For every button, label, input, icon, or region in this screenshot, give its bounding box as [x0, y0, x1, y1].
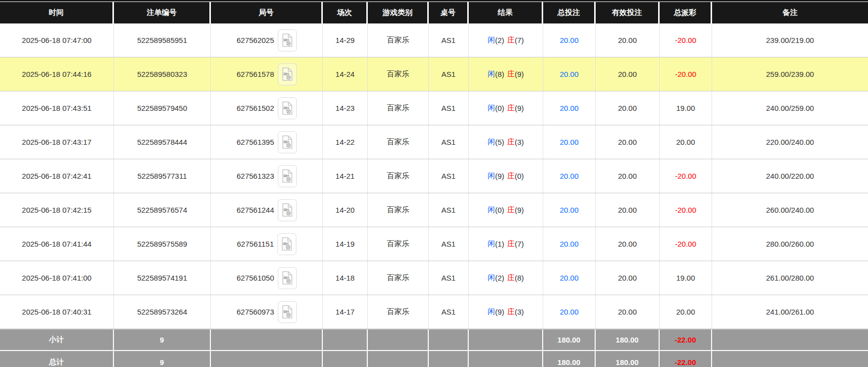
total-bet-link[interactable]: 20.00 — [543, 295, 596, 329]
table-row[interactable]: 2025-06-18 07:41:44 522589575589 6275611… — [0, 227, 868, 261]
col-header-round-id: 局号 — [211, 2, 323, 23]
table-row[interactable]: 2025-06-18 07:40:31 522589573264 6275609… — [0, 295, 868, 329]
table-row[interactable]: 2025-06-18 07:47:00 522589585951 6275620… — [0, 23, 868, 57]
video-replay-button[interactable] — [278, 301, 297, 323]
video-replay-button[interactable] — [278, 63, 297, 85]
video-replay-button[interactable] — [278, 131, 297, 153]
round-cell: 627561578 — [211, 57, 323, 91]
grandtotal-count: 9 — [114, 351, 211, 367]
table-no-cell: AS1 — [429, 23, 469, 57]
total-bet-link[interactable]: 20.00 — [543, 159, 596, 193]
game-type-cell: 百家乐 — [368, 159, 429, 193]
bet-id-cell: 522589579450 — [114, 91, 211, 125]
table-no-cell: AS1 — [429, 193, 469, 227]
total-bet-link[interactable]: 20.00 — [543, 261, 596, 295]
remark-cell: 240.00/220.00 — [712, 159, 868, 193]
payout-cell: 19.00 — [660, 261, 712, 295]
round-id: 627561323 — [236, 172, 274, 180]
table-row[interactable]: 2025-06-18 07:42:41 522589577311 6275613… — [0, 159, 868, 193]
banker-result-value: (0) — [515, 172, 524, 180]
video-file-icon — [282, 135, 293, 149]
round-id: 627561395 — [236, 138, 274, 146]
total-bet-link[interactable]: 20.00 — [543, 193, 596, 227]
bet-id-cell: 522589585951 — [114, 23, 211, 57]
col-header-payout: 总派彩 — [660, 2, 712, 23]
video-replay-button[interactable] — [278, 267, 297, 289]
table-row[interactable]: 2025-06-18 07:42:15 522589576574 6275612… — [0, 193, 868, 227]
banker-result-value: (8) — [515, 274, 524, 282]
video-file-icon — [282, 33, 293, 47]
grandtotal-row: 总计 9 180.00 180.00 -22.00 — [0, 351, 868, 367]
time-cell: 2025-06-18 07:43:51 — [0, 91, 114, 125]
col-header-total-bet: 总投注 — [543, 2, 596, 23]
col-header-remark: 备注 — [712, 2, 868, 23]
video-replay-button[interactable] — [278, 165, 297, 187]
subtotal-payout: -22.00 — [660, 330, 712, 350]
video-replay-button[interactable] — [278, 29, 297, 51]
grandtotal-label: 总计 — [0, 351, 114, 367]
total-bet-link[interactable]: 20.00 — [543, 57, 596, 91]
total-bet-link[interactable]: 20.00 — [543, 91, 596, 125]
subtotal-count: 9 — [114, 330, 211, 350]
round-id: 627560973 — [236, 308, 274, 316]
total-bet-link[interactable]: 20.00 — [543, 23, 596, 57]
valid-bet-cell: 20.00 — [596, 261, 660, 295]
round-cell: 627561395 — [211, 125, 323, 159]
table-no-cell: AS1 — [429, 125, 469, 159]
time-cell: 2025-06-18 07:42:41 — [0, 159, 114, 193]
time-cell: 2025-06-18 07:47:00 — [0, 23, 114, 57]
game-type-cell: 百家乐 — [368, 57, 429, 91]
game-type-cell: 百家乐 — [368, 295, 429, 329]
result-cell: 闲(1)庄(7) — [469, 227, 543, 261]
subtotal-row: 小计 9 180.00 180.00 -22.00 — [0, 329, 868, 351]
banker-result-label: 庄 — [507, 69, 515, 79]
bet-id-cell: 522589578444 — [114, 125, 211, 159]
player-result-label: 闲 — [488, 273, 495, 283]
banker-result-label: 庄 — [507, 103, 515, 113]
banker-result-value: (7) — [515, 240, 524, 248]
video-replay-button[interactable] — [277, 233, 296, 255]
table-no-cell: AS1 — [429, 295, 469, 329]
player-result-value: (9) — [495, 172, 504, 180]
table-no-cell: AS1 — [429, 159, 469, 193]
payout-cell: -20.00 — [660, 193, 712, 227]
subtotal-empty-round — [211, 330, 323, 350]
table-row[interactable]: 2025-06-18 07:43:51 522589579450 6275615… — [0, 91, 868, 125]
round-cell: 627561502 — [211, 91, 323, 125]
table-row[interactable]: 2025-06-18 07:43:17 522589578444 6275613… — [0, 125, 868, 159]
banker-result-label: 庄 — [507, 205, 515, 215]
session-cell: 14-24 — [323, 57, 368, 91]
game-type-cell: 百家乐 — [368, 261, 429, 295]
valid-bet-cell: 20.00 — [596, 23, 660, 57]
round-id: 627561578 — [236, 70, 274, 78]
table-row[interactable]: 2025-06-18 07:41:00 522589574191 6275610… — [0, 261, 868, 295]
session-cell: 14-20 — [323, 193, 368, 227]
player-result-value: (0) — [495, 206, 504, 214]
col-header-game-type: 游戏类别 — [368, 2, 429, 23]
grandtotal-empty-table — [429, 351, 469, 367]
player-result-value: (1) — [495, 240, 504, 248]
video-replay-button[interactable] — [278, 97, 297, 119]
col-header-bet-id: 注单编号 — [114, 2, 211, 23]
round-id: 627561244 — [236, 206, 274, 214]
table-row[interactable]: 2025-06-18 07:44:16 522589580323 6275615… — [0, 57, 868, 91]
payout-cell: -20.00 — [660, 159, 712, 193]
result-cell: 闲(5)庄(3) — [469, 125, 543, 159]
time-cell: 2025-06-18 07:43:17 — [0, 125, 114, 159]
banker-result-value: (9) — [515, 104, 524, 112]
video-file-icon — [282, 271, 293, 285]
grandtotal-empty-result — [469, 351, 543, 367]
total-bet-link[interactable]: 20.00 — [543, 125, 596, 159]
banker-result-label: 庄 — [507, 35, 515, 45]
session-cell: 14-18 — [323, 261, 368, 295]
round-cell: 627561050 — [211, 261, 323, 295]
valid-bet-cell: 20.00 — [596, 193, 660, 227]
banker-result-value: (7) — [515, 36, 524, 44]
total-bet-link[interactable]: 20.00 — [543, 227, 596, 261]
valid-bet-cell: 20.00 — [596, 295, 660, 329]
video-replay-button[interactable] — [278, 199, 297, 221]
game-type-cell: 百家乐 — [368, 125, 429, 159]
player-result-label: 闲 — [488, 35, 495, 45]
round-cell: 627561323 — [211, 159, 323, 193]
remark-cell: 220.00/240.00 — [712, 125, 868, 159]
